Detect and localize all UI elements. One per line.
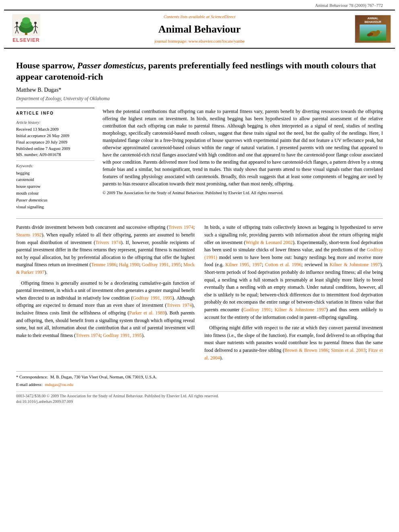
elsevier-logo: ELSEVIER [8, 14, 44, 44]
author-name: Matthew B. Dugas* [16, 86, 383, 94]
contents-label: Contents lists available at [164, 14, 210, 19]
correspondence-note: * Correspondence: M. B. Dugas, 730 Van V… [16, 374, 383, 380]
body-para-3: In birds, a suite of offspring traits co… [204, 224, 383, 321]
article-info-title: ARTICLE INFO [16, 111, 95, 117]
author-text: Matthew B. Dugas* [16, 87, 61, 93]
affiliation: Department of Zoology, University of Okl… [16, 95, 383, 102]
footer-bar2: doi:10.1016/j.anbehav.2009.07.009 [16, 399, 383, 405]
journal-header: ELSEVIER Contents lists available at Sci… [4, 10, 395, 49]
svg-point-11 [34, 22, 37, 24]
keyword-passer-domesticus: Passer domesticus [16, 197, 95, 204]
received-date: Received 13 March 2009 [16, 126, 95, 133]
ref-kilner1997[interactable]: Kilner & Johnstone 1997 [330, 262, 380, 267]
keywords-list: begging carotenoid house sparrow mouth c… [16, 170, 95, 211]
email-label: E-mail address: [16, 382, 43, 388]
body-para-4: Offspring might differ with respect to t… [204, 324, 383, 362]
published-date: Published online 7 August 2009 [16, 146, 95, 152]
journal-homepage: journal homepage: www.elsevier.com/locat… [48, 38, 351, 45]
ref-brown1986[interactable]: Brown & Brown 1986 [284, 347, 328, 353]
ref-haig1990[interactable]: Halg 1990 [119, 262, 139, 267]
sciencedirect-info: Contents lists available at ScienceDirec… [48, 14, 351, 20]
abstract-text: When the potential contributions that of… [103, 108, 383, 187]
correspondence-text: M. B. Dugas, 730 Van Vleet Oval, Norman,… [50, 374, 157, 380]
keyword-carotenoid: carotenoid [16, 177, 95, 183]
email-value[interactable]: mdugas@ou.edu [45, 382, 74, 388]
footer-bar1: 0003-3472/$38.00 © 2009 The Association … [16, 393, 383, 399]
animal-behaviour-logo: ANIMALBEHAVIOUR [355, 15, 391, 43]
ref-temme1986[interactable]: Temme 1986 [91, 262, 116, 267]
footer-bar: 0003-3472/$38.00 © 2009 The Association … [16, 391, 383, 405]
article-title: House sparrow, Passer domesticus, parent… [16, 60, 383, 83]
ms-number: MS. number; A09-00167R [16, 152, 95, 158]
body-col-right: In birds, a suite of offspring traits co… [204, 224, 383, 365]
svg-point-18 [376, 30, 380, 34]
copyright-text: © 2009 The Association for the Study of … [103, 190, 383, 196]
svg-point-4 [22, 17, 30, 24]
ref-cotton1996[interactable]: Cotton et al. 1996 [265, 262, 302, 267]
ref-trivers1974d[interactable]: Trivers 1974 [76, 333, 100, 338]
elsevier-label: ELSEVIER [12, 37, 39, 44]
correspondence-label: * Correspondence: [16, 374, 48, 380]
ref-simon2003[interactable]: Simon et al. 2003 [331, 347, 366, 353]
journal-center: Contents lists available at ScienceDirec… [44, 14, 355, 45]
body-section: Parents divide investment between both c… [16, 218, 383, 365]
ref-godfray1991b[interactable]: Godfray 1991, 1995 [133, 295, 173, 301]
abstract-column: When the potential contributions that of… [103, 108, 383, 210]
ref-kilner1995[interactable]: Kilner 1995, 1997 [225, 262, 262, 267]
email-note: E-mail address: mdugas@ou.edu [16, 382, 383, 388]
journal-ref-text: Animal Behaviour 78 (2009) 767–772 [315, 3, 383, 8]
ref-stearns1992[interactable]: Stearns 1992 [16, 232, 42, 238]
ref-godfray1991a[interactable]: Godfray 1991, 1995 [142, 262, 181, 267]
article-info-abstract: ARTICLE INFO Article history: Received 1… [16, 108, 383, 210]
svg-point-5 [16, 22, 18, 24]
ref-parker1989[interactable]: Parker et al. 1989 [129, 310, 165, 316]
sciencedirect-name[interactable]: ScienceDirect [211, 14, 235, 19]
article-info-box: ARTICLE INFO Article history: Received 1… [16, 108, 95, 210]
body-two-col: Parents divide investment between both c… [16, 224, 383, 365]
ref-kilner1997b[interactable]: Kilner & Johnstone 1997 [275, 307, 326, 312]
homepage-url[interactable]: journal homepage: www.elsevier.com/locat… [154, 39, 245, 43]
keyword-house-sparrow: house sparrow [16, 183, 95, 190]
final-acceptance-date: Final acceptance 20 July 2009 [16, 139, 95, 146]
keyword-mouth-colour: mouth colour [16, 190, 95, 197]
ref-godfray1991e[interactable]: Godfray 1991 [243, 307, 271, 312]
body-para-1: Parents divide investment between both c… [16, 224, 195, 276]
history-label: Article history: [16, 120, 95, 126]
ref-trivers1974b[interactable]: Trivers 1974 [95, 240, 121, 245]
info-divider [16, 160, 95, 161]
journal-reference: Animal Behaviour 78 (2009) 767–772 [0, 0, 399, 10]
page: Animal Behaviour 78 (2009) 767–772 [0, 0, 399, 532]
keywords-label: Keywords: [16, 163, 95, 169]
article-info-column: ARTICLE INFO Article history: Received 1… [16, 108, 95, 210]
journal-title: Animal Behaviour [48, 22, 351, 37]
main-content: House sparrow, Passer domesticus, parent… [0, 49, 399, 413]
footer-section: * Correspondence: M. B. Dugas, 730 Van V… [16, 371, 383, 405]
ref-godfray1991c[interactable]: Godfray 1991, 1995 [103, 333, 142, 338]
ref-wright2002[interactable]: Wright & Leonard 2002 [245, 240, 293, 245]
svg-marker-19 [380, 31, 383, 33]
keyword-visual-signalling: visual signalling [16, 204, 95, 211]
elsevier-tree-icon [12, 14, 40, 36]
ref-godfray1991d[interactable]: Godfray (1991) [204, 247, 383, 260]
body-para-2: Offspring fitness is generally assumed t… [16, 279, 195, 339]
body-col-left: Parents divide investment between both c… [16, 224, 195, 365]
ref-trivers1974c[interactable]: Trivers 1974 [167, 302, 192, 308]
ref-trivers1974[interactable]: Trivers 1974 [169, 224, 193, 230]
initial-acceptance-date: Initial acceptance 26 May 2009 [16, 133, 95, 139]
keyword-begging: begging [16, 170, 95, 177]
